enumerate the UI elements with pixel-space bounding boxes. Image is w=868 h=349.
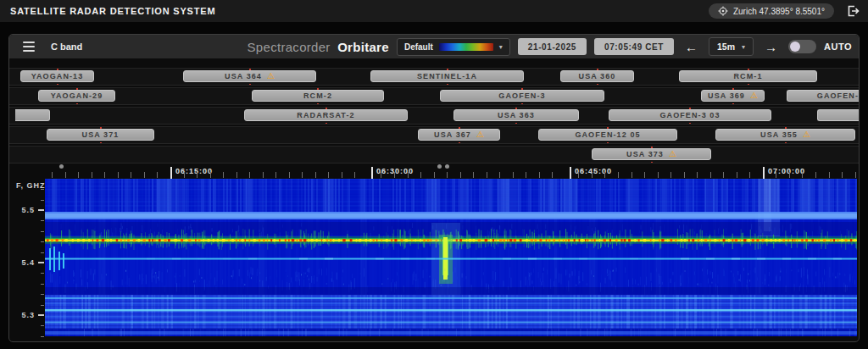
satellite-pass-bar[interactable]: USA 360 (560, 70, 634, 82)
satellite-pass-bar[interactable]: RCM-1 (679, 70, 817, 82)
timeline-row: YAOGAN-29RCM-2GAOFEN-3USA 369⚠GAOFEN- (9, 87, 860, 105)
time-button[interactable]: 07:05:49 CET (594, 38, 674, 55)
satellite-pass-bar[interactable]: GAOFEN-3 03 (609, 109, 771, 121)
minor-freq-tick (41, 336, 44, 337)
minor-time-tick (118, 172, 119, 178)
minor-time-tick (723, 172, 724, 178)
satellite-name: USA 369 (708, 91, 745, 100)
time-axis: 06:15:0006:30:0006:45:0007:00:00 (45, 163, 857, 179)
chevron-down-icon: ▾ (499, 43, 503, 51)
satellite-name: RCM-1 (734, 72, 763, 80)
next-interval-button[interactable]: → (761, 41, 781, 53)
freq-tick-label: 5.5 (14, 206, 35, 214)
minor-time-tick (315, 172, 316, 178)
satellite-pass-bar[interactable]: RADARSAT-2 (244, 109, 408, 121)
freq-tick-label: 5.4 (14, 258, 35, 267)
minor-time-tick (855, 172, 856, 178)
minor-time-tick (236, 172, 237, 178)
minor-time-tick (447, 172, 448, 178)
interval-select[interactable]: 15m ▾ (709, 37, 754, 56)
minor-time-tick (52, 172, 53, 178)
major-freq-tick (38, 262, 44, 263)
app: SATELLITE RADAR DETECTION SYSTEM Zurich … (0, 0, 868, 349)
major-time-tick (170, 167, 172, 179)
location-pill[interactable]: Zurich 47.3895° 8.5501° (709, 3, 834, 19)
minor-time-tick (92, 172, 92, 178)
minor-time-tick (644, 172, 645, 178)
menu-icon[interactable] (19, 38, 38, 55)
minor-time-tick (829, 172, 830, 178)
minor-time-tick (394, 172, 395, 178)
minor-freq-tick (41, 284, 44, 285)
satellite-name: YAOGAN-29 (51, 91, 103, 100)
minor-time-tick (354, 172, 355, 178)
satellite-pass-bar[interactable]: USA 371 (47, 129, 154, 141)
minor-time-tick (658, 172, 659, 178)
minor-freq-tick (41, 252, 44, 253)
minor-time-tick (578, 172, 579, 178)
minor-time-tick (144, 172, 145, 178)
satellite-pass-bar[interactable]: GAOFEN-12 05 (538, 129, 677, 141)
minor-time-tick (78, 172, 79, 178)
satellite-pass-bar[interactable]: GAOFEN-3 (440, 90, 604, 102)
minor-freq-tick (41, 231, 44, 232)
minor-time-tick (328, 172, 329, 178)
minor-time-tick (737, 172, 737, 178)
major-time-tick (763, 167, 765, 179)
minor-freq-tick (41, 273, 44, 274)
satellite-pass-bar[interactable]: USA 373⚠ (592, 148, 711, 160)
timeline-row: YAOGAN-13USA 364⚠SENTINEL-1AUSA 360RCM-1 (9, 68, 860, 86)
minor-time-tick (275, 172, 276, 178)
spectrogram-canvas[interactable] (45, 179, 857, 336)
colormap-preview (439, 43, 493, 51)
major-time-tick (570, 167, 571, 179)
satellite-pass-bar[interactable]: RCM-2 (252, 90, 384, 102)
minor-time-tick (249, 172, 250, 178)
minor-time-tick (749, 172, 750, 178)
warning-icon: ⚠ (669, 150, 676, 158)
timeline-row: RADARSAT-2USA 363GAOFEN-3 03 (9, 107, 860, 125)
minor-time-tick (289, 172, 290, 178)
satellite-name: USA 363 (498, 111, 535, 119)
main-panel: C band Spectracorder Orbitare Default ▾ … (8, 34, 860, 342)
satellite-pass-bar[interactable]: GAOFEN- (787, 90, 860, 102)
exit-button[interactable] (846, 4, 860, 18)
colormap-select[interactable]: Default ▾ (397, 38, 510, 56)
minor-freq-tick (41, 305, 44, 306)
minor-time-tick (408, 172, 409, 178)
satellite-pass-bar[interactable]: USA 363 (453, 109, 579, 121)
auto-label: AUTO (824, 42, 852, 52)
satellite-pass-bar[interactable]: YAOGAN-29 (38, 90, 115, 102)
satellite-pass-bar[interactable]: USA 355⚠ (715, 129, 855, 141)
brand-logo: Spectracorder Orbitare (248, 40, 389, 54)
app-header: SATELLITE RADAR DETECTION SYSTEM Zurich … (0, 0, 868, 22)
satellite-pass-bar[interactable]: YAOGAN-13 (20, 70, 94, 82)
minor-time-tick (670, 172, 671, 178)
minor-freq-tick (41, 241, 44, 242)
satellite-name: GAOFEN-12 05 (575, 130, 640, 139)
minor-time-tick (184, 172, 185, 178)
minor-freq-tick (41, 325, 44, 326)
satellite-name: RADARSAT-2 (297, 111, 354, 119)
minor-time-tick (197, 172, 198, 178)
minor-time-tick (263, 172, 264, 178)
satellite-pass-bar[interactable] (817, 109, 860, 121)
satellite-pass-bar[interactable]: USA 364⚠ (183, 70, 316, 82)
satellite-name: USA 371 (82, 130, 120, 139)
prev-interval-button[interactable]: ← (682, 41, 701, 53)
satellite-name: GAOFEN- (817, 91, 859, 100)
satellite-pass-bar[interactable] (15, 109, 50, 121)
chevron-down-icon: ▾ (742, 43, 745, 51)
minor-time-tick (552, 172, 553, 178)
auto-toggle[interactable] (788, 40, 816, 53)
satellite-name: RCM-2 (303, 91, 332, 100)
crosshair-icon (718, 6, 728, 16)
satellite-pass-bar[interactable]: USA 367⚠ (418, 129, 500, 141)
satellite-pass-bar[interactable]: SENTINEL-1A (370, 70, 524, 82)
satellite-name: SENTINEL-1A (417, 72, 477, 80)
minor-time-tick (342, 172, 342, 178)
brand-bold: Orbitare (337, 40, 389, 54)
date-button[interactable]: 21-01-2025 (518, 38, 587, 55)
satellite-pass-bar[interactable]: USA 369⚠ (701, 90, 765, 102)
location-label: Zurich 47.3895° 8.5501° (733, 7, 825, 16)
